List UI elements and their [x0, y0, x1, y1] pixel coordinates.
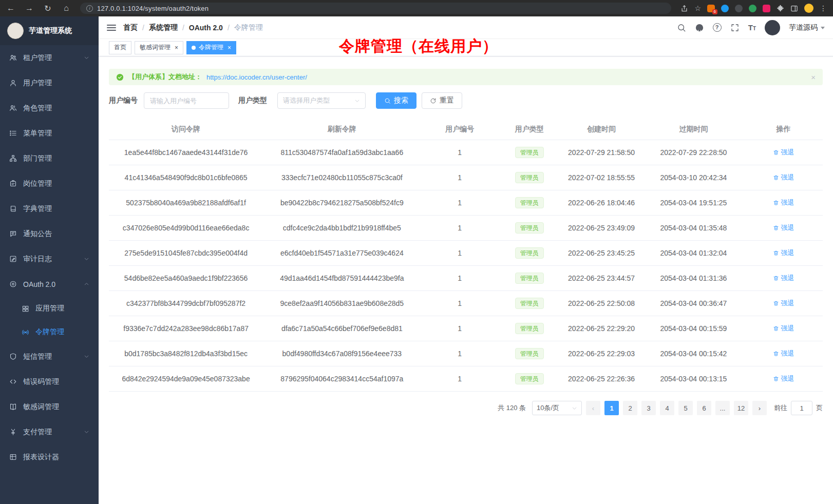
sidebar-item-sms[interactable]: 短信管理	[0, 344, 99, 369]
help-icon[interactable]: ?	[713, 23, 722, 32]
user-type-cell: 管理员	[499, 165, 560, 190]
page-button-2[interactable]: 2	[623, 401, 637, 415]
breadcrumb-home[interactable]: 首页	[123, 23, 138, 32]
sidebar-item-oauth-app[interactable]: 应用管理	[0, 297, 99, 320]
force-logout-button[interactable]: 强退	[773, 198, 794, 207]
action-cell: 强退	[744, 366, 823, 391]
report-layout-icon	[9, 453, 17, 461]
reset-button[interactable]: 重置	[422, 92, 462, 109]
breadcrumb-oauth[interactable]: OAuth 2.0	[189, 24, 223, 32]
tab-close-icon[interactable]: ×	[175, 45, 178, 51]
sidebar-item-dept[interactable]: 部门管理	[0, 146, 99, 171]
side-panel-icon[interactable]	[790, 5, 798, 12]
bookmark-star-icon[interactable]: ☆	[694, 4, 701, 12]
tab-sensitive-word[interactable]: 敏感词管理 ×	[135, 41, 183, 54]
table-row: f9336e7c7dd242a283ee98dc86b17a87 dfa6c71…	[109, 316, 823, 341]
force-logout-button[interactable]: 强退	[773, 349, 794, 358]
github-icon[interactable]	[695, 23, 704, 32]
sidebar-item-error-code[interactable]: 错误码管理	[0, 369, 99, 394]
user-id-label: 用户编号	[109, 96, 138, 105]
breadcrumb-system[interactable]: 系统管理	[149, 23, 178, 32]
force-logout-button[interactable]: 强退	[773, 148, 794, 157]
sidebar-item-dict[interactable]: 字典管理	[0, 196, 99, 221]
share-icon[interactable]	[680, 5, 688, 12]
page-button-3[interactable]: 3	[641, 401, 656, 415]
sidebar-item-user[interactable]: 用户管理	[0, 70, 99, 95]
user-avatar[interactable]	[765, 20, 780, 35]
token-table: 访问令牌 刷新令牌 用户编号 用户类型 创建时间 过期时间 操作 1ea5e44…	[109, 119, 823, 392]
page-button-5[interactable]: 5	[678, 401, 693, 415]
prev-page-button[interactable]: ‹	[586, 401, 600, 415]
sidebar-item-audit-log[interactable]: 审计日志	[0, 246, 99, 272]
fullscreen-icon[interactable]	[730, 23, 740, 32]
browser-profile-avatar[interactable]	[804, 4, 813, 13]
sidebar-item-label: 租户管理	[23, 53, 78, 63]
browser-menu-icon[interactable]: ⋮	[820, 4, 827, 12]
sidebar-item-label: 岗位管理	[23, 179, 89, 188]
sidebar-item-menu[interactable]: 菜单管理	[0, 121, 99, 146]
force-logout-button[interactable]: 强退	[773, 299, 794, 308]
force-logout-button[interactable]: 强退	[773, 274, 794, 283]
tab-close-icon[interactable]: ×	[228, 45, 231, 51]
back-icon[interactable]: ←	[6, 4, 15, 13]
site-info-icon[interactable]: i	[86, 5, 93, 12]
app-logo[interactable]: 芋道管理系统	[0, 16, 99, 45]
sidebar-item-post[interactable]: 岗位管理	[0, 171, 99, 196]
user-menu[interactable]: 芋道源码	[789, 23, 825, 32]
access-token-cell: 275e5de9151045fe87cbdc395e004f4d	[109, 241, 263, 265]
doc-link[interactable]: https://doc.iocoder.cn/user-center/	[206, 73, 307, 81]
reload-icon[interactable]: ↻	[43, 4, 52, 13]
home-icon[interactable]: ⌂	[62, 4, 71, 13]
pagination-goto: 前往 页	[774, 401, 823, 415]
app-shell: 芋道管理系统 租户管理 用户管理 角色管理 菜单管理 部门管理 岗位管理	[0, 16, 833, 504]
search-icon[interactable]	[677, 23, 686, 32]
sidebar-item-oauth[interactable]: OAuth 2.0	[0, 272, 99, 297]
app-title: 芋道管理系统	[29, 26, 72, 35]
sidebar-item-tenant[interactable]: 租户管理	[0, 45, 99, 70]
sidebar-item-pay[interactable]: 支付管理	[0, 419, 99, 444]
oauth-icon	[9, 280, 17, 288]
sidebar-toggle-icon[interactable]	[107, 23, 116, 32]
page-size-select[interactable]: 10条/页	[532, 401, 582, 415]
extensions-puzzle-icon[interactable]	[777, 5, 784, 12]
font-size-icon[interactable]: TT	[748, 23, 756, 32]
address-bar[interactable]: i 127.0.0.1:1024/system/oauth2/token	[80, 3, 671, 14]
sidebar-item-role[interactable]: 角色管理	[0, 95, 99, 121]
user-id-input[interactable]	[144, 92, 229, 109]
extension-pink-icon[interactable]	[763, 5, 770, 12]
page-button-4[interactable]: 4	[660, 401, 674, 415]
created-time-cell: 2022-07-02 18:55:55	[560, 165, 642, 190]
expire-time-cell: 2054-03-10 20:42:34	[643, 165, 744, 190]
page-button-1[interactable]: 1	[604, 401, 619, 415]
browser-nav-buttons: ← → ↻ ⌂	[6, 4, 71, 13]
sidebar-item-sensitive-word[interactable]: 敏感词管理	[0, 394, 99, 419]
user-type-select[interactable]: 请选择用户类型	[277, 92, 366, 109]
extension-dark-icon[interactable]	[735, 5, 743, 12]
tab-token[interactable]: 令牌管理 ×	[186, 41, 236, 54]
force-logout-button[interactable]: 强退	[773, 374, 794, 383]
goto-page-input[interactable]	[791, 401, 812, 415]
sidebar-item-notice[interactable]: 通知公告	[0, 221, 99, 246]
page-more-button[interactable]: ...	[715, 401, 730, 415]
force-logout-button[interactable]: 强退	[773, 248, 794, 258]
action-cell: 强退	[744, 140, 823, 165]
force-logout-button[interactable]: 强退	[773, 324, 794, 333]
force-logout-button[interactable]: 强退	[773, 173, 794, 182]
sidebar-item-oauth-token[interactable]: 令牌管理	[0, 320, 99, 344]
app-grid-icon	[22, 305, 29, 313]
tab-home[interactable]: 首页	[109, 41, 131, 54]
forward-icon[interactable]: →	[25, 4, 34, 13]
force-logout-button[interactable]: 强退	[773, 223, 794, 232]
page-button-6[interactable]: 6	[697, 401, 711, 415]
alert-close-icon[interactable]: ×	[811, 73, 816, 82]
extension-twitter-icon[interactable]	[721, 5, 729, 12]
next-page-button[interactable]: ›	[752, 401, 767, 415]
code-icon	[9, 378, 17, 385]
page-button-12[interactable]: 12	[734, 401, 748, 415]
sidebar-item-report-designer[interactable]: 报表设计器	[0, 444, 99, 470]
extension-green-icon[interactable]	[749, 5, 756, 12]
reset-button-label: 重置	[440, 96, 454, 105]
search-button[interactable]: 搜索	[376, 92, 416, 109]
extension-grid-icon[interactable]: 6	[707, 5, 715, 12]
user-type-badge: 管理员	[515, 147, 544, 158]
